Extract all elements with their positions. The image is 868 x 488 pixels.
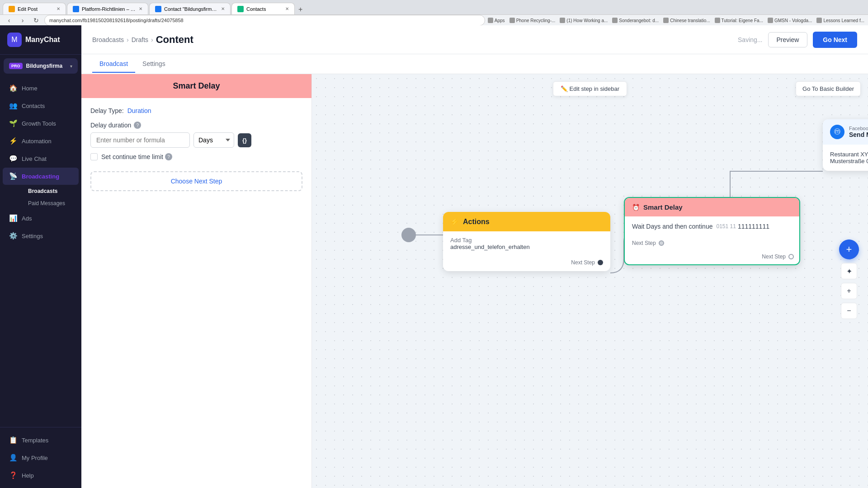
smart-delay-numbers: 111111111 (738, 223, 769, 230)
sidebar-item-home[interactable]: 🏠 Home (3, 80, 79, 97)
sidebar-item-label-growth-tools: Growth Tools (22, 120, 56, 127)
panel-body: Delay Type: Duration Delay duration ? Da… (81, 98, 311, 200)
smart-delay-warning-icon: ⏰ (632, 204, 640, 211)
tab-favicon-contact (155, 6, 161, 12)
sidebar-item-help[interactable]: ❓ Help (3, 467, 79, 484)
delay-type-value[interactable]: Duration (127, 107, 151, 114)
my-profile-icon: 👤 (9, 454, 17, 462)
breadcrumb-broadcasts[interactable]: Broadcasts (92, 36, 124, 43)
workspace-name: Bildungsfirma (26, 63, 66, 69)
preview-button[interactable]: Preview (768, 32, 808, 47)
manychat-logo-icon: M (7, 33, 22, 47)
sidebar-item-contacts[interactable]: 👥 Contacts (3, 97, 79, 114)
fb-message-node[interactable]: ⓜ Facebook Send Message #1 Restaurant XY… (823, 119, 868, 171)
sub-tabs: Broadcast Settings (81, 54, 868, 74)
help-icon: ❓ (9, 471, 17, 479)
growth-tools-icon: 🌱 (9, 119, 17, 127)
sidebar-item-templates[interactable]: 📋 Templates (3, 432, 79, 449)
bookmark-phone[interactable]: Phone Recycling-... (509, 18, 556, 23)
bookmark-sonder[interactable]: Sonderangebot: d... (612, 18, 659, 23)
duration-help-icon[interactable]: ? (134, 122, 141, 129)
back-button[interactable]: ‹ (4, 15, 14, 26)
tab-favicon-contacts (237, 6, 244, 12)
smart-delay-outer-next: Next Step (625, 252, 799, 264)
go-next-button[interactable]: Go Next (813, 32, 857, 48)
tab-close-contact[interactable]: ✕ (221, 6, 225, 11)
breadcrumb-drafts[interactable]: Drafts (132, 36, 148, 43)
sidebar-item-live-chat[interactable]: 💬 Live Chat (3, 150, 79, 167)
refresh-button[interactable]: ↻ (31, 15, 42, 26)
browser-tab-contact[interactable]: Contact "Bildungsfirma" thro... ✕ (149, 3, 231, 14)
sidebar-item-broadcasting[interactable]: 📡 Broadcasting (3, 168, 79, 185)
sidebar-item-automation[interactable]: ⚡ Automation (3, 132, 79, 150)
actions-tag-label: Add Tag (450, 237, 603, 244)
bookmark-working[interactable]: (1) How Working a... (560, 18, 608, 23)
browser-tab-edit-post[interactable]: Edit Post ✕ (3, 3, 66, 14)
browser-tabs: Edit Post ✕ Platform-Richtlinien – Übers… (0, 0, 868, 14)
smart-delay-node[interactable]: ⏰ Smart Delay Wait Days and then continu… (624, 197, 800, 265)
sidebar-item-ads[interactable]: 📊 Ads (3, 210, 79, 227)
delay-type-label: Delay Type: (90, 107, 124, 114)
fb-message-header: ⓜ Facebook Send Message #1 (823, 119, 868, 145)
workspace-selector[interactable]: PRO Bildungsfirma ▾ (4, 58, 78, 74)
bookmark-favicon (715, 18, 720, 23)
bookmark-apps[interactable]: Apps (488, 18, 505, 23)
choose-next-step-button[interactable]: Choose Next Step (90, 171, 302, 191)
breadcrumb-sep2: › (151, 36, 153, 43)
sidebar-item-label-settings: Settings (22, 233, 43, 239)
new-tab-button[interactable]: + (296, 5, 305, 14)
address-bar[interactable]: manychat.com/fb198150208192618/posting/d… (44, 15, 485, 26)
time-limit-help-icon[interactable]: ? (165, 153, 172, 160)
bookmark-favicon (663, 18, 669, 23)
sidebar-item-broadcasts[interactable]: Broadcasts (22, 185, 79, 197)
sidebar-item-label-broadcasts: Broadcasts (28, 188, 57, 194)
tab-close-platform[interactable]: ✕ (139, 6, 142, 11)
smart-delay-next-label: Next Step (632, 240, 656, 246)
tab-broadcast[interactable]: Broadcast (92, 56, 135, 73)
add-node-button[interactable]: + (839, 239, 859, 259)
tab-close-contacts[interactable]: ✕ (285, 6, 289, 11)
breadcrumb: Broadcasts › Drafts › Content (92, 34, 193, 46)
sidebar-item-growth-tools[interactable]: 🌱 Growth Tools (3, 115, 79, 132)
app: M ManyChat PRO Bildungsfirma ▾ 🏠 Home 👥 … (0, 25, 868, 488)
basic-builder-button[interactable]: Go To Basic Builder (796, 81, 861, 96)
sidebar-bottom: 📋 Templates 👤 My Profile ❓ Help (0, 427, 81, 488)
sidebar-item-label-templates: Templates (22, 437, 48, 444)
canvas-zoom-out-button[interactable]: − (841, 303, 857, 319)
actions-header: ⚡ Actions (443, 212, 610, 231)
canvas-tool-button-1[interactable]: ✦ (841, 263, 857, 279)
bookmarks-bar: Apps Phone Recycling-... (1) How Working… (488, 18, 864, 23)
tab-label-contact: Contact "Bildungsfirma" thro... (164, 6, 218, 12)
forward-button[interactable]: › (17, 15, 28, 26)
sidebar-item-my-profile[interactable]: 👤 My Profile (3, 449, 79, 466)
actions-title: Actions (463, 218, 490, 226)
time-limit-checkbox[interactable] (90, 153, 98, 160)
smart-delay-next-row: Next Step (625, 236, 799, 252)
bookmark-chinese[interactable]: Chinese translatio... (663, 18, 710, 23)
bookmark-lessons[interactable]: Lessons Learned f... (816, 18, 864, 23)
bookmark-gmsn[interactable]: GMSN - Vologda... (768, 18, 812, 23)
ads-icon: 📊 (9, 214, 17, 222)
sidebar-item-settings[interactable]: ⚙️ Settings (3, 227, 79, 244)
bookmark-tutorial[interactable]: Tutorial: Eigene Fa... (715, 18, 763, 23)
sidebar-item-label-my-profile: My Profile (22, 455, 48, 461)
sidebar-item-label-help: Help (22, 472, 34, 479)
days-select[interactable]: Days Hours Minutes (193, 132, 234, 148)
tab-close-edit-post[interactable]: ✕ (57, 6, 60, 11)
browser-tab-contacts[interactable]: Contacts ✕ (231, 3, 295, 14)
tab-settings[interactable]: Settings (135, 56, 173, 73)
tab-favicon-edit-post (9, 6, 15, 12)
workspace-chevron-icon: ▾ (70, 64, 72, 69)
sidebar-item-paid-messages[interactable]: Paid Messages (22, 197, 79, 209)
fb-restaurant-name: Restaurant XYZ (830, 151, 868, 158)
bookmark-favicon (816, 18, 822, 23)
outer-next-label: Next Step (762, 253, 786, 260)
formula-button[interactable]: {} (238, 133, 251, 147)
browser-tab-platform[interactable]: Platform-Richtlinien – Übers... ✕ (67, 3, 148, 14)
smart-delay-title: Smart Delay (643, 203, 683, 211)
page-title: Content (156, 34, 193, 46)
canvas-zoom-in-button[interactable]: + (841, 283, 857, 299)
duration-input[interactable] (90, 132, 190, 148)
actions-node[interactable]: ⚡ Actions Add Tag adresse_und_telefon_er… (443, 212, 610, 271)
fb-message-title: Send Message #1 (849, 131, 868, 138)
